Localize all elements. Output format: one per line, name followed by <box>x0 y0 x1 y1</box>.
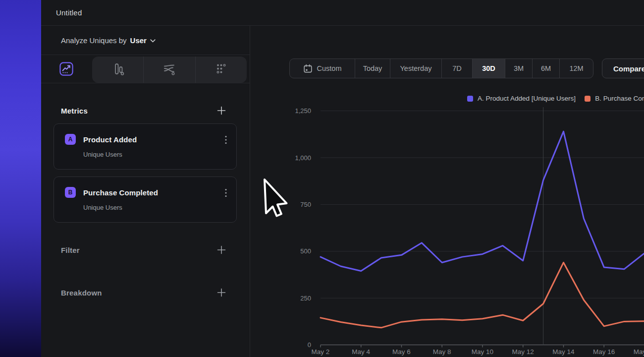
metrics-header: Metrics <box>61 106 226 115</box>
add-metric-button[interactable] <box>217 106 226 115</box>
analyze-by-value: User <box>130 36 147 45</box>
svg-text:May 2: May 2 <box>312 348 330 356</box>
chart-panel: CustomTodayYesterday7D30D3M6M12M Compare… <box>250 26 644 357</box>
breakdown-title: Breakdown <box>61 289 102 297</box>
analyze-by-dropdown[interactable]: User <box>130 36 156 45</box>
svg-text:May 16: May 16 <box>593 348 615 356</box>
metric-b-badge: B <box>65 187 76 198</box>
svg-text:750: 750 <box>300 201 311 208</box>
svg-text:May 6: May 6 <box>392 348 411 356</box>
svg-text:May 18: May 18 <box>634 348 644 356</box>
line-chart-icon <box>59 69 73 77</box>
metric-card-a[interactable]: A Product Added Unique Users <box>54 123 237 170</box>
metric-b-title: Purchase Completed <box>83 188 158 197</box>
analyze-label: Analyze Uniques by <box>61 36 127 45</box>
add-breakdown-button[interactable] <box>217 288 226 297</box>
flow-icon <box>162 62 177 78</box>
screenshot-stage: Untitled Analyze Uniques by User <box>0 0 644 357</box>
metric-card-b-top: B Purchase Completed <box>65 187 228 198</box>
svg-text:May 8: May 8 <box>433 348 451 356</box>
metric-a-badge: A <box>65 134 76 145</box>
svg-text:500: 500 <box>300 247 311 255</box>
add-filter-button[interactable] <box>217 245 226 254</box>
metric-b-menu-button[interactable] <box>224 187 228 200</box>
chevron-down-icon <box>150 36 156 45</box>
svg-text:May 14: May 14 <box>552 348 575 356</box>
metric-a-title: Product Added <box>83 135 137 144</box>
tab-bar-chart[interactable] <box>92 57 143 83</box>
chart-type-tab-group <box>92 57 247 83</box>
bar-chart-icon <box>111 62 125 78</box>
svg-text:0: 0 <box>308 341 311 349</box>
breakdown-section: Breakdown <box>61 288 226 297</box>
app-window: Untitled Analyze Uniques by User <box>41 0 644 357</box>
tab-insights[interactable] <box>59 62 73 76</box>
sidebar: Analyze Uniques by User <box>41 26 250 357</box>
chart-type-tabs <box>41 55 250 83</box>
metric-a-subtitle: Unique Users <box>83 151 228 158</box>
background-gradient-strip <box>0 0 41 357</box>
tab-metrics-grid[interactable] <box>195 57 247 83</box>
metrics-title: Metrics <box>61 107 88 115</box>
svg-text:May 12: May 12 <box>512 348 534 356</box>
report-title[interactable]: Untitled <box>56 8 82 17</box>
metric-b-subtitle: Unique Users <box>83 204 228 211</box>
filter-title: Filter <box>61 246 80 254</box>
svg-text:May 4: May 4 <box>352 348 370 356</box>
tab-flow[interactable] <box>143 57 195 83</box>
dots-grid-icon <box>215 62 227 77</box>
metric-a-menu-button[interactable] <box>224 134 228 147</box>
svg-text:1,000: 1,000 <box>295 154 311 162</box>
svg-text:May 10: May 10 <box>472 348 493 356</box>
filter-section: Filter <box>61 245 226 254</box>
analyze-row: Analyze Uniques by User <box>41 26 250 55</box>
svg-text:250: 250 <box>300 295 311 302</box>
metric-card-a-top: A Product Added <box>65 134 228 145</box>
metric-card-b[interactable]: B Purchase Completed Unique Users <box>54 177 237 223</box>
chart-canvas: 02505007501,0001,250May 2May 4May 6May 8… <box>250 0 644 357</box>
svg-text:1,250: 1,250 <box>295 107 311 115</box>
